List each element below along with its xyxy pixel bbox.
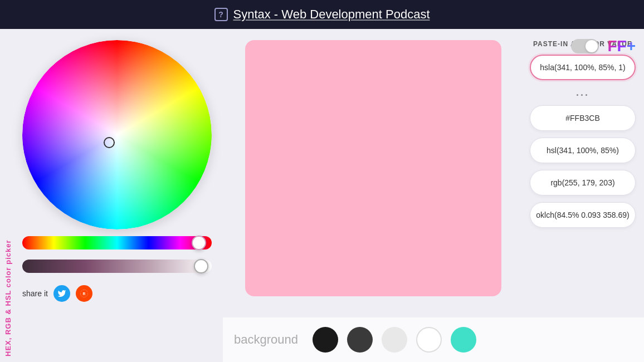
- alpha-slider-track: [22, 260, 212, 273]
- header-icon: ?: [214, 8, 228, 21]
- background-swatches-section: background: [223, 317, 644, 362]
- hue-slider-track: [22, 236, 212, 250]
- reddit-share-button[interactable]: R: [76, 285, 92, 302]
- main-content: FF+ HEX, RGB & HSL color picker sh: [0, 29, 644, 362]
- hsl-value-box[interactable]: hsl(341, 100%, 85%): [530, 138, 636, 163]
- color-preview-area: [234, 29, 521, 362]
- toggle-thumb: [586, 40, 598, 52]
- bg-swatch-black[interactable]: [313, 327, 338, 353]
- dark-mode-toggle[interactable]: [571, 39, 599, 53]
- color-wheel-white-overlay: [22, 40, 212, 229]
- hue-slider-thumb[interactable]: [192, 236, 206, 250]
- bg-swatch-lightgray[interactable]: [382, 327, 407, 353]
- header-title[interactable]: Syntax - Web Development Podcast: [233, 7, 430, 22]
- header: ? Syntax - Web Development Podcast: [0, 0, 644, 29]
- rgb-value-box[interactable]: rgb(255, 179, 203): [530, 170, 636, 195]
- hue-slider[interactable]: [22, 236, 212, 253]
- background-label: background: [234, 332, 298, 347]
- bg-swatch-white[interactable]: [416, 327, 442, 353]
- oklch-value-box[interactable]: oklch(84.5% 0.093 358.69): [530, 202, 636, 228]
- bg-swatch-teal[interactable]: [451, 327, 476, 353]
- top-right-controls: FF+: [571, 37, 636, 55]
- color-paste-input[interactable]: hsla(341, 100%, 85%, 1): [530, 55, 636, 80]
- svg-text:R: R: [83, 292, 86, 296]
- ff-logo[interactable]: FF+: [607, 37, 636, 55]
- color-wheel-section: share it R: [17, 29, 234, 362]
- bg-swatch-darkgray[interactable]: [347, 327, 373, 353]
- color-wheel-canvas: [22, 40, 212, 229]
- sidebar-brand-label: HEX, RGB & HSL color picker: [0, 29, 17, 362]
- hex-value-box[interactable]: #FFB3CB: [530, 105, 636, 131]
- alpha-slider[interactable]: [22, 260, 212, 276]
- share-label: share it: [22, 289, 48, 298]
- share-section: share it R: [22, 285, 223, 302]
- color-wheel[interactable]: [22, 40, 212, 229]
- color-swatch: [245, 40, 501, 296]
- color-wheel-cursor[interactable]: [104, 137, 115, 148]
- dots-separator: ...: [530, 87, 636, 99]
- alpha-slider-thumb[interactable]: [194, 259, 208, 273]
- twitter-share-button[interactable]: [53, 285, 70, 302]
- right-panel: PASTE-IN A COLOR VALUE hsla(341, 100%, 8…: [521, 29, 644, 362]
